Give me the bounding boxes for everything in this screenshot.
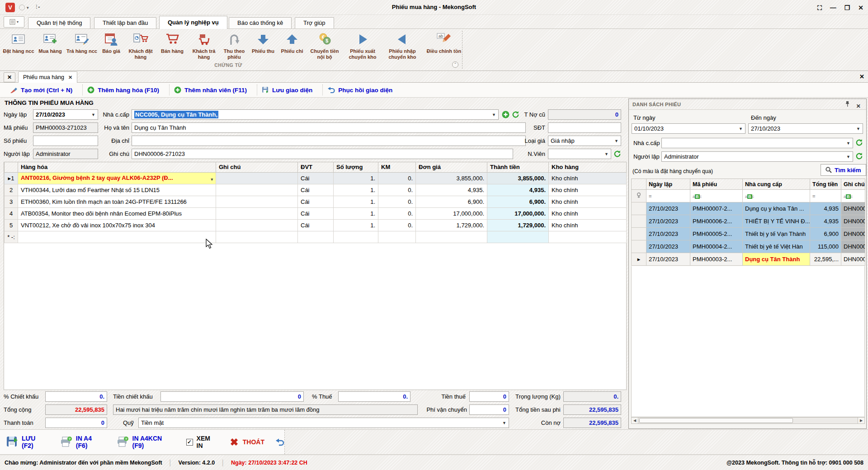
ribbon-tra-hang-ncc[interactable]: Trả hàng ncc [66,31,98,54]
col-hang-hoa[interactable]: Hàng hóa [18,162,216,172]
dia-chi-input[interactable] [132,136,526,146]
ribbon-thu-theo-phieu[interactable]: Thu theo phiếu [220,31,249,60]
pcol-nha-cung-cap[interactable]: Nhà cung cấp [743,179,810,190]
list-item-current[interactable]: ▸ 27/10/2023 PMH00003-2... Dụng cụ Tân T… [632,253,865,266]
abc-filter-icon[interactable]: aBc [693,194,702,199]
list-item[interactable]: 27/10/2023 PMH00006-2... THIẾT BỊ Y TẾ V… [632,215,865,228]
pcol-ghi-chu[interactable]: Ghi chú [841,179,865,190]
tim-kiem-button[interactable]: Tìm kiếm [821,164,866,176]
thanh-toan-input[interactable]: 0 [45,418,107,428]
table-row[interactable]: ▸1 ▾ANT00216, Giường bệnh 2 tay quay ALK… [5,172,627,184]
ribbon-dat-hang-ncc[interactable]: Đặt hàng ncc [3,31,34,54]
them-nhan-vien-button[interactable]: Thêm nhân viên (F11) [170,85,257,95]
chevron-down-icon[interactable]: ▼ [500,421,506,425]
ribbon-phieu-thu[interactable]: Phiếu thu [249,31,278,54]
menu-launcher-button[interactable]: ▾ [4,16,24,28]
equals-filter-icon[interactable]: = [649,193,651,199]
close-panel-icon[interactable]: ✕ [856,101,861,112]
ribbon-chuyen-tien-noi-bo[interactable]: €$ Chuyển tiền nội bộ [307,31,343,60]
n-vien-select[interactable]: ▼ [548,149,611,159]
new-item-row[interactable]: * -: [5,231,627,243]
fullscreen-icon[interactable]: ⛶ [817,4,822,11]
pcol-ma-phieu[interactable]: Mã phiếu [690,179,743,190]
col-kho-hang[interactable]: Kho hàng [549,162,627,172]
list-item[interactable]: 27/10/2023 PMH00007-2... Dụng cụ y khoa … [632,202,865,215]
close-tab-group-icon[interactable]: ✕ [4,72,15,82]
chevron-down-icon[interactable]: ▼ [613,139,618,143]
ribbon-khach-dat-hang[interactable]: Khách đặt hàng [125,31,156,60]
add-supplier-icon[interactable] [502,111,509,118]
table-row[interactable]: 5 VNT00212, Xe chở đồ vải inox 100x70x75… [5,219,627,231]
ribbon-collapse-icon[interactable]: ⌃ [452,61,458,68]
chiet-khau-pct-input[interactable]: 0. [45,391,107,402]
den-ngay-input[interactable]: 27/10/2023▼ [748,123,863,134]
refresh-icon[interactable] [855,139,863,146]
close-icon[interactable]: ✕ [858,4,863,11]
close-panel-right-icon[interactable]: ✕ [859,73,864,80]
refresh-icon[interactable] [613,150,621,158]
undo-icon[interactable] [275,438,284,446]
ribbon-phieu-xuat-chuyen-kho[interactable]: Phiếu xuất chuyển kho [343,31,382,60]
panel-nguoi-lap-input[interactable]: Administrator▼ [661,151,853,162]
checkbox-checked-icon[interactable]: ✓ [186,439,193,446]
tao-moi-button[interactable]: Tạo mới (Ctrl + N) [5,85,83,95]
pcol-ngay-lap[interactable]: Ngày lập [646,179,690,190]
tab-bao-cao-thong-ke[interactable]: Báo cáo thống kê [229,17,292,28]
thue-pct-input[interactable]: 0. [338,391,410,402]
restore-icon[interactable]: ❐ [844,4,850,11]
abc-filter-icon[interactable]: aBc [844,194,853,199]
ribbon-khach-tra-hang[interactable]: Khách trả hàng [188,31,220,60]
col-ghi-chu[interactable]: Ghi chú [216,162,298,172]
luu-giao-dien-button[interactable]: Lưu giao diện [257,85,323,95]
luu-button[interactable]: LƯU (F2) [6,435,49,449]
chevron-down-icon[interactable]: ▼ [844,141,850,146]
ribbon-phieu-chi[interactable]: Phiếu chi [278,31,307,54]
chevron-down-icon[interactable]: ▼ [603,152,609,156]
ho-va-ten-input[interactable]: Dụng cụ Tân Thành [132,122,526,133]
ma-phieu-input[interactable]: PMH00003-271023 [33,122,98,133]
col-don-gia[interactable]: Đơn giá [416,162,487,172]
col-dvt[interactable]: ĐVT [298,162,334,172]
loai-gia-select[interactable]: Giá nhập▼ [548,136,621,146]
chevron-down-icon[interactable]: ▼ [490,113,496,117]
phi-van-chuyen-input[interactable]: 0 [469,404,509,415]
sdt-input[interactable] [548,122,621,133]
quy-select[interactable]: Tiền mặt▼ [138,418,509,428]
nguoi-lap-input[interactable]: Administrator [33,149,98,159]
tien-chiet-khau-input[interactable]: 0 [160,391,304,402]
tab-quan-tri-he-thong[interactable]: Quản trị hệ thống [28,17,90,28]
in-a4-button[interactable]: ? IN A4 (F6) [60,435,105,449]
chevron-down-icon[interactable]: ▾ [211,177,213,182]
list-item[interactable]: 27/10/2023 PMH00004-2... Thiết bị yê tế … [632,240,865,253]
tu-ngay-input[interactable]: 01/10/2023▼ [632,123,745,134]
tab-tro-giup[interactable]: Trợ giúp [295,17,334,28]
scroll-left-icon[interactable]: ◀ [632,418,638,423]
col-km[interactable]: KM [378,162,416,172]
panel-h-scrollbar[interactable]: ◀ ▶ [631,417,865,424]
ribbon-phieu-nhap-chuyen-kho[interactable]: Phiếu nhập chuyển kho [382,31,422,60]
equals-filter-icon[interactable]: = [812,193,815,199]
pcol-tong-tien[interactable]: Tổng tiền [810,179,841,190]
so-phieu-input[interactable] [33,136,98,146]
list-item[interactable]: 27/10/2023 PMH00005-2... Thiết bị y tế V… [632,228,865,240]
minimize-icon[interactable]: — [830,4,836,11]
table-row[interactable]: 4 ATB00354, Monitor theo dõi bệnh nhân E… [5,207,627,219]
table-row[interactable]: 2 VTH00344, Lưỡi dao mổ Fearther Nhật số… [5,184,627,196]
tab-quan-ly-nghiep-vu[interactable]: Quản lý nghiệp vụ [159,16,227,29]
abc-filter-icon[interactable]: aBc [745,194,754,199]
thoat-button[interactable]: THOÁT [229,437,264,447]
panel-nha-ccap-input[interactable]: ▼ [661,138,853,148]
close-doc-tab-icon[interactable]: ✕ [68,75,72,80]
in-a4kcn-button[interactable]: ? IN A4KCN (F9) [116,435,175,449]
table-row[interactable]: 3 ETH00360, Kim luồn tĩnh mạch an toàn 2… [5,196,627,207]
phuc-hoi-giao-dien-button[interactable]: Phục hồi giao diện [323,85,402,95]
chevron-down-icon[interactable]: ▼ [854,127,860,131]
scroll-thumb[interactable] [639,418,793,423]
panel-filter-row[interactable]: = aBc aBc = aBc [632,190,865,202]
chevron-down-icon[interactable]: ▼ [737,127,743,131]
col-so-luong[interactable]: Số lượng [334,162,378,172]
nha-ccap-input[interactable]: NCC005, Dụng cụ Tân Thành,▼ [132,109,499,120]
ribbon-dieu-chinh-ton[interactable]: ab Điều chỉnh tồn [422,31,466,54]
tien-thue-input[interactable]: 0 [469,391,509,402]
tab-thiet-lap-ban-dau[interactable]: Thiết lập ban đầu [94,17,156,28]
